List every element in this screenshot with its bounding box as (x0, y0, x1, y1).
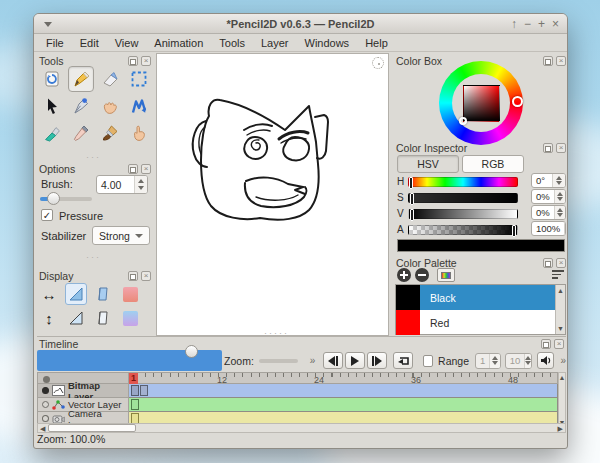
palette-scrollbar[interactable]: ▲ ▼ (555, 285, 565, 334)
menu-edit[interactable]: Edit (72, 35, 107, 51)
prev-frame-button[interactable] (323, 352, 343, 369)
menu-layer[interactable]: Layer (253, 35, 297, 51)
range-checkbox[interactable] (423, 355, 433, 367)
loop-button[interactable] (393, 352, 413, 369)
tool-polyline-button[interactable] (126, 93, 152, 119)
add-color-button[interactable] (397, 268, 411, 282)
timeline-horizontal-scrollbar[interactable]: ◀ ▶ (37, 423, 566, 433)
tool-smudge-button[interactable] (39, 120, 65, 146)
brush-size-slider[interactable] (40, 197, 92, 201)
layer-visibility-icon[interactable] (42, 401, 49, 408)
colorinspector-float-icon[interactable] (543, 143, 553, 153)
display-close-icon[interactable] (141, 271, 151, 281)
keyframe-cell[interactable] (131, 399, 139, 410)
onion-blue-button[interactable] (119, 307, 141, 329)
scroll-up-icon[interactable]: ▲ (557, 287, 564, 294)
sv-handle[interactable] (459, 117, 467, 125)
tools-float-icon[interactable] (128, 56, 138, 66)
hue-spinbox[interactable]: 0° (531, 173, 566, 188)
colorpalette-close-icon[interactable] (556, 258, 566, 268)
play-button[interactable] (345, 352, 365, 369)
display-float-icon[interactable] (128, 271, 138, 281)
maximize-button[interactable]: + (538, 14, 545, 34)
scroll-down-icon[interactable]: ▼ (557, 325, 564, 332)
palette-swatch-mode-button[interactable] (437, 268, 455, 282)
menu-file[interactable]: File (38, 35, 72, 51)
menu-tools[interactable]: Tools (211, 35, 253, 51)
stabilizer-dropdown[interactable]: Strong (92, 226, 150, 245)
colorinspector-close-icon[interactable] (556, 143, 566, 153)
layer-visibility-icon[interactable] (42, 415, 49, 422)
hue-handle[interactable] (512, 96, 523, 107)
onion-next-button[interactable] (65, 307, 87, 329)
scroll-left-icon[interactable]: ◀ (40, 425, 45, 432)
alpha-slider[interactable] (408, 225, 518, 235)
menu-view[interactable]: View (107, 35, 147, 51)
tool-clear-button[interactable] (39, 66, 65, 92)
value-spinbox[interactable]: 0% (531, 205, 566, 220)
tool-pen-button[interactable] (68, 93, 94, 119)
layer-label-bitmap[interactable]: Bitmap Layer (37, 384, 129, 398)
splitter-handle[interactable]: ··· (86, 152, 101, 162)
track-bitmap[interactable] (129, 384, 558, 398)
scroll-up-icon[interactable]: ▲ (559, 374, 566, 381)
saturation-slider[interactable] (408, 193, 518, 203)
close-button[interactable]: × (552, 14, 559, 34)
tool-eraser-button[interactable] (97, 66, 123, 92)
playhead[interactable]: 1 (129, 373, 138, 384)
tool-select-button[interactable] (126, 66, 152, 92)
minimize-button[interactable]: − (524, 14, 531, 34)
palette-list-menu-icon[interactable] (552, 270, 564, 280)
options-float-icon[interactable] (128, 164, 138, 174)
timeline-zoom-slider[interactable] (259, 359, 298, 363)
options-close-icon[interactable] (141, 164, 151, 174)
keyframe-cell[interactable] (131, 385, 139, 396)
colorpalette-float-icon[interactable] (543, 258, 553, 268)
window-menu-icon[interactable] (44, 22, 52, 27)
flip-horizontal-button[interactable]: ↔ (38, 283, 60, 305)
tool-pencil-button[interactable] (68, 66, 94, 92)
timeline-vertical-scrollbar[interactable]: ▲ ▼ (558, 372, 566, 428)
toolbar-overflow-right[interactable]: » (560, 355, 566, 366)
tool-hand-button[interactable] (97, 93, 123, 119)
brush-size-spinbox[interactable]: 4.00 (96, 175, 148, 194)
tab-hsv[interactable]: HSV (397, 155, 459, 173)
palette-item-red[interactable]: Red (396, 310, 565, 335)
titlebar[interactable]: *Pencil2D v0.6.3 — Pencil2D ↑ − + × (34, 14, 567, 34)
sound-button[interactable] (537, 352, 554, 369)
timeline-close-icon[interactable] (554, 339, 564, 349)
palette-item-black[interactable]: Black (396, 285, 565, 310)
pressure-checkbox[interactable]: ✓ (41, 209, 53, 221)
alpha-spinbox[interactable]: 100% (531, 221, 566, 236)
toolbar-overflow-left[interactable]: » (310, 355, 316, 366)
keep-above-button[interactable]: ↑ (511, 14, 517, 34)
visibility-all-icon[interactable] (43, 376, 50, 383)
remove-color-button[interactable] (415, 268, 429, 282)
hue-slider[interactable] (408, 177, 518, 187)
scroll-right-icon[interactable]: ▶ (558, 425, 563, 432)
canvas-overlay-icon[interactable] (372, 57, 384, 69)
keyframe-cell[interactable] (140, 385, 148, 396)
tab-rgb[interactable]: RGB (462, 155, 524, 173)
tool-finger-button[interactable] (126, 120, 152, 146)
tool-brush-button[interactable] (97, 120, 123, 146)
drawing-canvas[interactable] (156, 53, 389, 336)
menu-windows[interactable]: Windows (297, 35, 358, 51)
tool-eyedropper-button[interactable] (68, 120, 94, 146)
saturation-value-square[interactable] (463, 85, 500, 122)
onion-skin-outline-button[interactable] (92, 307, 114, 329)
colorbox-close-icon[interactable] (556, 56, 566, 66)
menu-animation[interactable]: Animation (146, 35, 211, 51)
tools-close-icon[interactable] (141, 56, 151, 66)
layer-visibility-icon[interactable] (42, 387, 49, 394)
onion-skin-button[interactable] (92, 283, 114, 305)
splitter-handle[interactable]: ··· (86, 252, 101, 262)
menu-help[interactable]: Help (357, 35, 396, 51)
value-slider[interactable] (408, 209, 518, 219)
next-frame-button[interactable] (367, 352, 387, 369)
track-vector[interactable] (129, 398, 558, 412)
range-end-spinbox[interactable]: 10 (505, 353, 532, 369)
flip-vertical-button[interactable]: ↕ (38, 307, 60, 329)
saturation-spinbox[interactable]: 0% (531, 189, 566, 204)
onion-prev-button[interactable] (65, 283, 87, 305)
